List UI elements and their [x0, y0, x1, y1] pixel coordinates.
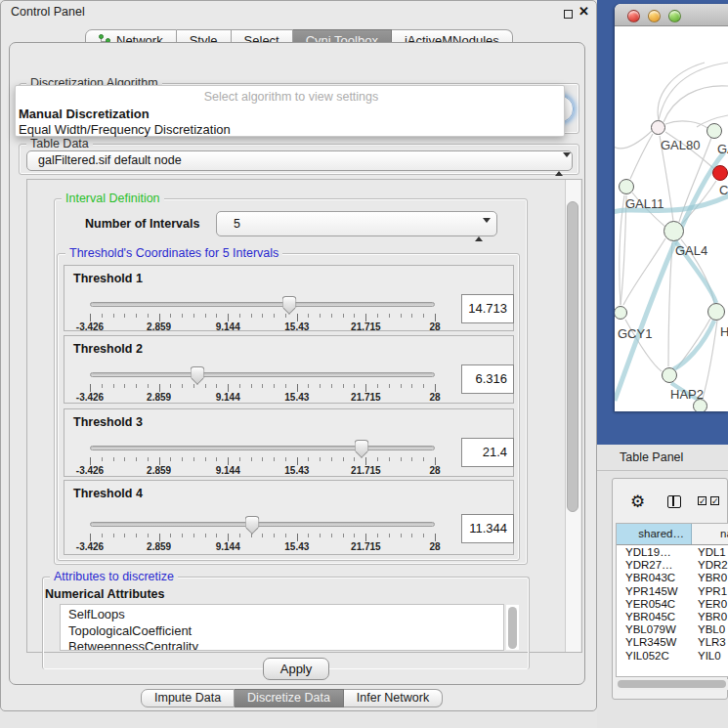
cell-shared-name[interactable]: YPR145W: [617, 585, 693, 598]
table-row[interactable]: YBR045CYBR0: [617, 611, 728, 623]
attribute-list-item[interactable]: TopologicalCoefficient: [68, 623, 503, 640]
threshold-3-slider[interactable]: [90, 446, 435, 450]
node-label: GA: [717, 142, 728, 156]
numerical-attributes-list[interactable]: SelfLoopsTopologicalCoefficientBetweenne…: [60, 604, 504, 651]
interval-definition-title: Interval Definition: [62, 192, 164, 205]
table-row[interactable]: YIL052CYIL0: [617, 650, 728, 663]
threshold-4-value-field[interactable]: 11.344: [461, 514, 514, 543]
node-label: GAL11: [625, 196, 664, 211]
network-node-gal2[interactable]: [707, 123, 722, 139]
horizontal-scrollbar-thumb[interactable]: [618, 680, 726, 688]
tab-discretize-data[interactable]: Discretize Data: [235, 689, 344, 707]
threshold-2-slider[interactable]: [90, 372, 435, 377]
close-icon[interactable]: ✕: [578, 4, 589, 19]
cell-name[interactable]: YDR2: [693, 559, 728, 572]
dropdown-option-equal-width[interactable]: Equal Width/Frequency Discretization: [16, 122, 564, 137]
cell-shared-name[interactable]: YBR045C: [617, 611, 693, 623]
control-panel-window: Control Panel ✕ Network Style Select Cyn…: [0, 0, 597, 711]
node-attribute-table[interactable]: shared… name YDL19…YDL1YDR27…YDR2YBR043C…: [616, 523, 728, 677]
column-header-name[interactable]: name: [692, 524, 728, 544]
tick-label: 21.715: [351, 321, 381, 332]
numerical-attributes-label: Numerical Attributes: [45, 587, 164, 601]
table-row[interactable]: YDR27…YDR2: [617, 559, 728, 572]
attributes-scrollbar-thumb[interactable]: [508, 607, 517, 649]
cell-name[interactable]: YBR0: [693, 611, 727, 623]
tick-label-row: -3.4262.8599.14415.4321.71528: [90, 541, 435, 553]
tick-label: 21.715: [351, 392, 381, 403]
attribute-list-item[interactable]: SelfLoops: [68, 607, 503, 623]
slider-thumb[interactable]: [244, 516, 259, 528]
stepper-icon: [555, 155, 564, 174]
float-window-icon[interactable]: [564, 10, 573, 19]
cell-name[interactable]: YDL1: [693, 546, 726, 559]
window-title-bar[interactable]: Control Panel ✕: [1, 1, 598, 24]
num-intervals-label: Number of Intervals: [85, 217, 199, 231]
table-data-selected-value: galFiltered.sif default node: [38, 153, 182, 167]
cell-shared-name[interactable]: YBR043C: [617, 572, 693, 584]
bottom-tab-bar: Impute Data Discretize Data Infer Networ…: [141, 689, 443, 712]
cell-name[interactable]: YER0: [693, 598, 727, 611]
slider-thumb[interactable]: [281, 296, 296, 308]
slider-thumb[interactable]: [190, 366, 204, 378]
cell-shared-name[interactable]: YLR345W: [617, 636, 693, 649]
table-row[interactable]: YDL19…YDL1: [617, 546, 728, 559]
close-traffic-light[interactable]: [627, 10, 640, 22]
threshold-1-slider[interactable]: [90, 302, 435, 307]
num-intervals-value: 5: [234, 217, 240, 231]
threshold-3-value-field[interactable]: 21.4: [461, 438, 514, 467]
table-row[interactable]: YLR345WYLR3: [617, 636, 728, 649]
vertical-scrollbar-thumb[interactable]: [567, 201, 578, 512]
tick-label-row: -3.4262.8599.14415.4321.71528: [90, 465, 435, 477]
cell-shared-name[interactable]: YDL19…: [617, 546, 693, 559]
cell-name[interactable]: YBR0: [693, 572, 727, 584]
tick-label-row: -3.4262.8599.14415.4321.71528: [90, 392, 435, 404]
table-row[interactable]: YER054CYER0: [617, 598, 728, 611]
network-node-gal4[interactable]: [664, 221, 684, 241]
threshold-label: Threshold 3: [73, 415, 143, 429]
minimize-traffic-light[interactable]: [648, 10, 661, 22]
cell-shared-name[interactable]: YBL079W: [617, 623, 693, 636]
tick-label: 2.859: [147, 321, 171, 332]
threshold-2-value-field[interactable]: 6.316: [461, 364, 514, 394]
table-panel-title: Table Panel: [620, 450, 683, 464]
cell-shared-name[interactable]: YIL052C: [617, 650, 693, 663]
num-intervals-spinner[interactable]: 5: [216, 211, 497, 236]
tab-impute-data[interactable]: Impute Data: [141, 689, 235, 707]
dropdown-option-manual[interactable]: Manual Discretization: [16, 107, 564, 121]
columns-icon[interactable]: [667, 495, 681, 508]
network-canvas[interactable]: GAL80 GA C GAL11 GAL4 GCY1 H HAP2: [615, 27, 728, 411]
table-row[interactable]: YBR043CYBR0: [617, 572, 728, 584]
slider-thumb[interactable]: [355, 440, 369, 451]
checkbox-icon[interactable]: ✓: [710, 496, 719, 505]
table-data-combobox[interactable]: galFiltered.sif default node: [26, 150, 573, 171]
table-row[interactable]: YBL079WYBL0: [617, 623, 728, 636]
table-row[interactable]: YPR145WYPR1: [617, 585, 728, 598]
network-view-window: GAL80 GA C GAL11 GAL4 GCY1 H HAP2: [615, 4, 728, 411]
table-data-group-title: Table Data: [26, 137, 93, 150]
cell-shared-name[interactable]: YDR27…: [617, 559, 693, 572]
cell-name[interactable]: YBL0: [693, 623, 725, 636]
tab-infer-network[interactable]: Infer Network: [344, 689, 443, 707]
dropdown-prompt-item[interactable]: Select algorithm to view settings: [16, 90, 564, 105]
gear-icon[interactable]: ⚙: [630, 492, 645, 512]
network-node-gal11[interactable]: [619, 179, 634, 194]
apply-button[interactable]: Apply: [263, 658, 329, 680]
threshold-4-slider[interactable]: [90, 522, 435, 527]
attribute-list-item[interactable]: BetweennessCentrality: [68, 639, 503, 651]
network-edges: [615, 27, 728, 411]
zoom-traffic-light[interactable]: [668, 10, 681, 22]
cell-name[interactable]: YIL0: [693, 650, 721, 663]
network-node-hap2[interactable]: [662, 367, 677, 383]
column-header-shared-name[interactable]: shared…: [617, 524, 692, 544]
cell-name[interactable]: YLR3: [693, 636, 726, 649]
cell-name[interactable]: YPR1: [693, 585, 727, 598]
node-label: GAL4: [675, 243, 707, 258]
threshold-1-value-field[interactable]: 14.713: [461, 294, 514, 323]
network-node-h[interactable]: [707, 303, 725, 321]
checkbox-icon[interactable]: ✓: [698, 496, 707, 505]
cell-shared-name[interactable]: YER054C: [617, 598, 693, 611]
network-node-red[interactable]: [712, 165, 728, 181]
network-node-gal80[interactable]: [651, 120, 665, 135]
node-label: C: [719, 183, 728, 197]
network-window-title-bar[interactable]: [615, 4, 728, 26]
